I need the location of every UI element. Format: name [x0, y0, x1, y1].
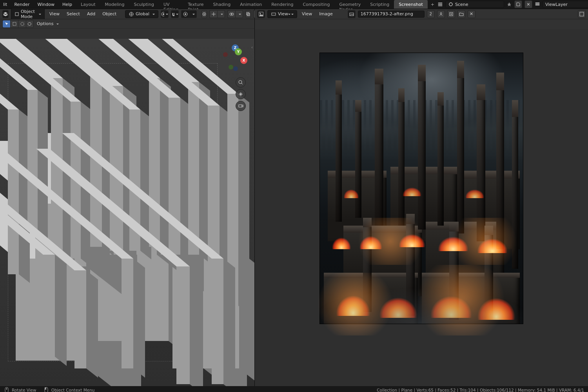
- camera-nav-icon[interactable]: [236, 101, 246, 111]
- workspace-tab-sculpting[interactable]: Sculpting: [129, 0, 159, 9]
- interaction-mode-dropdown[interactable]: Object Mode: [11, 8, 45, 20]
- workspace-tab-compositing[interactable]: Compositing: [298, 0, 334, 9]
- object-mode-icon: [15, 11, 19, 17]
- workspace-add-button[interactable]: +: [428, 0, 437, 9]
- editor-type-3dview-icon[interactable]: [2, 10, 9, 18]
- xray-toggle[interactable]: [245, 10, 251, 18]
- workspace-tab-geometry-nodes[interactable]: Geometry Nodes: [334, 0, 365, 9]
- image-linked-count[interactable]: 2: [427, 10, 435, 18]
- options-label: Options: [37, 21, 53, 26]
- workspace-tab-scripting[interactable]: Scripting: [365, 0, 394, 9]
- overlay-options-dropdown[interactable]: [235, 10, 243, 18]
- viewport-3d[interactable]: Z Y X ‹: [0, 39, 254, 386]
- viewlayer-browse-icon[interactable]: [535, 2, 540, 7]
- fake-user-toggle[interactable]: [437, 10, 445, 18]
- globe-icon: [129, 11, 134, 17]
- scene-browse-icon[interactable]: [437, 2, 443, 7]
- gizmo-axis-x[interactable]: X: [240, 57, 247, 64]
- image-browse-icon[interactable]: [348, 10, 356, 18]
- select-tweak-icon[interactable]: [2, 20, 10, 28]
- transform-orientation-dropdown[interactable]: Global: [125, 10, 158, 18]
- add-menu[interactable]: Add: [85, 11, 98, 17]
- image-viewport[interactable]: [255, 29, 588, 386]
- status-hint-rotate-label: Rotate View: [12, 388, 36, 392]
- show-overlays-toggle[interactable]: [227, 10, 235, 18]
- gizmo-axis-neg-z[interactable]: [233, 66, 238, 71]
- workspace-tab-uv-editing[interactable]: UV Editing: [159, 0, 183, 9]
- menu-help[interactable]: Help: [58, 0, 76, 9]
- gizmo-axis-neg-x[interactable]: [223, 52, 228, 57]
- scene-name-label: Scene: [455, 2, 468, 7]
- viewlayer-name-field[interactable]: ViewLayer: [543, 1, 588, 8]
- visibility-button[interactable]: [201, 10, 207, 18]
- gizmo-options-dropdown[interactable]: [217, 10, 225, 18]
- gizmo-axis-y[interactable]: Y: [235, 48, 242, 55]
- mouse-left-icon: [44, 387, 49, 392]
- pivot-point-dropdown[interactable]: [161, 10, 169, 18]
- pan-nav-icon[interactable]: [236, 89, 246, 99]
- status-hint-rotate: Rotate View: [4, 387, 36, 392]
- unlink-image-button[interactable]: ✕: [468, 10, 475, 18]
- view-menu[interactable]: View: [47, 11, 62, 17]
- snap-dropdown[interactable]: [171, 10, 179, 18]
- view-icon: [271, 11, 276, 17]
- proportional-editing-toggle[interactable]: [181, 10, 189, 18]
- show-gizmo-toggle[interactable]: [209, 10, 217, 18]
- proportional-falloff-dropdown[interactable]: [189, 10, 197, 18]
- image-display-channels[interactable]: [578, 10, 586, 18]
- svg-rect-3: [15, 13, 18, 16]
- svg-point-25: [440, 13, 442, 14]
- svg-rect-27: [580, 12, 584, 16]
- select-box-icon[interactable]: [10, 20, 18, 28]
- svg-point-0: [449, 3, 452, 6]
- new-image-button[interactable]: [447, 10, 455, 18]
- workspace-tab-screenshot[interactable]: Screenshot: [394, 0, 428, 9]
- workspace-tab-animation[interactable]: Animation: [235, 0, 267, 9]
- image-name-label: 1677391793-2-after.png: [361, 11, 413, 16]
- image-view-menu[interactable]: View: [299, 11, 314, 17]
- svg-rect-23: [272, 13, 276, 15]
- object-menu[interactable]: Object: [100, 11, 119, 17]
- delete-scene-button[interactable]: ✕: [524, 0, 532, 8]
- interaction-mode-label: Object Mode: [21, 9, 36, 19]
- select-lasso-icon[interactable]: [26, 20, 34, 28]
- workspace-tab-rendering[interactable]: Rendering: [267, 0, 298, 9]
- viewlayer-name-label: ViewLayer: [545, 2, 568, 7]
- pin-scene-icon[interactable]: [506, 2, 512, 7]
- image-image-menu[interactable]: Image: [317, 11, 335, 17]
- svg-rect-1: [535, 3, 540, 4]
- menu-window[interactable]: Window: [34, 0, 58, 9]
- open-image-button[interactable]: [457, 10, 465, 18]
- zoom-nav-icon[interactable]: [236, 77, 246, 88]
- pane-image-editor: [255, 19, 588, 386]
- editor-type-image-icon[interactable]: [257, 10, 265, 18]
- navigation-gizmo[interactable]: Z Y X: [223, 46, 247, 70]
- menu-render[interactable]: Render: [10, 0, 33, 9]
- svg-point-22: [260, 13, 261, 14]
- menu-file[interactable]: lit: [0, 0, 10, 9]
- options-dropdown[interactable]: Options: [37, 21, 59, 26]
- workspace-tab-layout[interactable]: Layout: [76, 0, 100, 9]
- image-mode-dropdown[interactable]: View: [267, 10, 297, 18]
- pane-3d-viewport: Options: [0, 19, 255, 386]
- mouse-middle-icon: [4, 387, 9, 392]
- n-panel-toggle[interactable]: ‹: [250, 41, 254, 53]
- scene-name-field[interactable]: Scene: [445, 1, 504, 8]
- svg-point-30: [239, 80, 242, 84]
- workspace-tab-shading[interactable]: Shading: [208, 0, 235, 9]
- status-hint-context-label: Object Context Menu: [51, 388, 95, 392]
- image-name-field[interactable]: 1677391793-2-after.png: [358, 11, 425, 18]
- new-scene-button[interactable]: [514, 0, 522, 8]
- status-bar: Rotate View Object Context Menu Collecti…: [0, 386, 588, 392]
- select-circle-icon[interactable]: [18, 20, 26, 28]
- svg-point-5: [163, 13, 164, 15]
- workspace-tab-modeling[interactable]: Modeling: [100, 0, 129, 9]
- svg-rect-33: [6, 388, 7, 390]
- status-scene-info: Collection | Plane | Verts:65 | Faces:52…: [377, 388, 584, 392]
- gizmo-axis-neg-y[interactable]: [229, 65, 233, 69]
- workspace-tab-texture-paint[interactable]: Texture Paint: [183, 0, 208, 9]
- svg-rect-2: [535, 4, 540, 5]
- image-content: [320, 53, 523, 324]
- svg-rect-14: [247, 13, 250, 16]
- select-menu[interactable]: Select: [64, 11, 82, 17]
